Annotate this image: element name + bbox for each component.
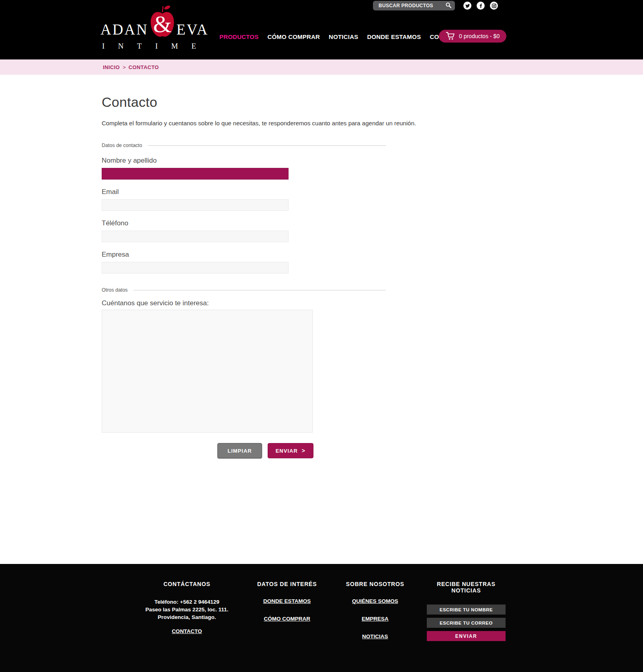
- logo-word-adan: ADAN: [100, 22, 148, 40]
- section-otros-datos: Otros datos: [102, 287, 386, 293]
- page-title: Contacto: [102, 94, 643, 110]
- logo-word-eva: EVA: [176, 22, 209, 40]
- logo-letter: I: [155, 42, 158, 51]
- name-label: Nombre y apellido: [102, 157, 643, 165]
- intro-text: Completa el formulario y cuentanos sobre…: [102, 120, 643, 127]
- facebook-icon[interactable]: [477, 2, 485, 10]
- footer-contact-column: CONTÁCTANOS Teléfono: +562 2 9464129 Pas…: [137, 581, 237, 635]
- nav-item-productos[interactable]: PRODUCTOS: [219, 33, 258, 40]
- newsletter-email-input[interactable]: [427, 618, 506, 628]
- search-button[interactable]: [445, 2, 452, 10]
- logo-letter: T: [137, 42, 142, 51]
- newsletter-send-button[interactable]: ENVIAR: [427, 631, 506, 641]
- site-header: ADAN & EVA I N T I M E PRODUCTOS CÓMO CO…: [0, 0, 643, 59]
- search-box[interactable]: [373, 1, 455, 10]
- footer-contact-heading: CONTÁCTANOS: [137, 581, 237, 587]
- logo-letter: M: [171, 42, 178, 51]
- email-input[interactable]: [102, 199, 289, 211]
- footer-donde-estamos-link[interactable]: DONDE ESTAMOS: [250, 598, 324, 604]
- footer-newsletter-column: RECIBE NUESTRAS NOTICIAS ENVIAR: [426, 581, 506, 641]
- company-label: Empresa: [102, 251, 643, 259]
- message-textarea[interactable]: [102, 310, 313, 433]
- breadcrumb-inicio[interactable]: INICIO: [103, 64, 120, 70]
- site-logo[interactable]: ADAN & EVA I N T I M E: [100, 5, 198, 51]
- footer-interest-column: DATOS DE INTERÉS DONDE ESTAMOS CÓMO COMP…: [250, 581, 324, 633]
- logo-letter: E: [191, 42, 196, 51]
- footer-address-line1: Paseo las Palmas 2225, loc. 111.: [137, 606, 237, 613]
- breadcrumb-contacto[interactable]: CONTACTO: [129, 64, 159, 70]
- footer-about-heading: SOBRE NOSOTROS: [337, 581, 413, 587]
- footer-newsletter-heading: RECIBE NUESTRAS NOTICIAS: [426, 581, 506, 594]
- section-divider: [148, 145, 386, 146]
- company-input[interactable]: [102, 262, 289, 274]
- svg-text:&: &: [153, 11, 172, 37]
- section-divider: [133, 290, 386, 290]
- footer-interest-heading: DATOS DE INTERÉS: [250, 581, 324, 587]
- logo-letter: I: [102, 42, 104, 51]
- instagram-icon[interactable]: [490, 2, 498, 10]
- nav-item-noticias[interactable]: NOTICIAS: [329, 33, 358, 40]
- site-footer: CONTÁCTANOS Teléfono: +562 2 9464129 Pas…: [0, 564, 643, 672]
- search-input[interactable]: [378, 2, 445, 9]
- logo-subtitle: I N T I M E: [100, 42, 198, 51]
- search-icon: [445, 2, 452, 10]
- send-button-label: ENVIAR: [276, 448, 298, 454]
- main-content: Contacto Completa el formulario y cuenta…: [0, 75, 643, 458]
- name-input[interactable]: [102, 168, 289, 180]
- nav-item-donde-estamos[interactable]: DONDE ESTAMOS: [367, 33, 421, 40]
- form-actions: LIMPIAR ENVIAR >: [102, 443, 313, 458]
- section-legend: Datos de contacto: [102, 143, 142, 148]
- section-legend: Otros datos: [102, 287, 128, 293]
- phone-label: Téléfono: [102, 219, 643, 227]
- clear-button[interactable]: LIMPIAR: [217, 443, 262, 458]
- footer-empresa-link[interactable]: EMPRESA: [337, 616, 413, 622]
- footer-address-line2: Providencia, Santiago.: [137, 613, 237, 621]
- apple-ampersand-icon: &: [149, 5, 176, 40]
- nav-item-como-comprar[interactable]: CÓMO COMPRAR: [267, 33, 320, 40]
- cart-icon: [446, 31, 455, 41]
- breadcrumb-separator: >: [123, 64, 126, 70]
- breadcrumb: INICIO > CONTACTO: [0, 59, 643, 75]
- message-label: Cuéntanos que servicio te interesa:: [102, 299, 643, 307]
- logo-letter: N: [118, 42, 124, 51]
- main-nav: PRODUCTOS CÓMO COMPRAR NOTICIAS DONDE ES…: [219, 33, 464, 40]
- social-links: [463, 2, 498, 10]
- chevron-right-icon: >: [302, 447, 305, 454]
- section-datos-de-contacto: Datos de contacto: [102, 143, 386, 148]
- newsletter-name-input[interactable]: [427, 605, 506, 615]
- footer-contacto-link[interactable]: CONTACTO: [172, 628, 202, 634]
- footer-noticias-link[interactable]: NOTICIAS: [337, 633, 413, 639]
- logo-wordmark: ADAN & EVA: [100, 5, 198, 40]
- footer-como-comprar-link[interactable]: CÓMO COMPRAR: [250, 616, 324, 622]
- send-button[interactable]: ENVIAR >: [268, 443, 313, 458]
- twitter-icon[interactable]: [463, 2, 471, 10]
- cart-button[interactable]: 0 productos - $0: [439, 30, 506, 43]
- phone-input[interactable]: [102, 231, 289, 242]
- email-label: Email: [102, 188, 643, 196]
- footer-quienes-somos-link[interactable]: QUIÉNES SOMOS: [337, 598, 413, 604]
- footer-phone: Teléfono: +562 2 9464129: [137, 598, 237, 606]
- footer-about-column: SOBRE NOSOTROS QUIÉNES SOMOS EMPRESA NOT…: [337, 581, 413, 651]
- cart-label: 0 productos - $0: [459, 33, 500, 39]
